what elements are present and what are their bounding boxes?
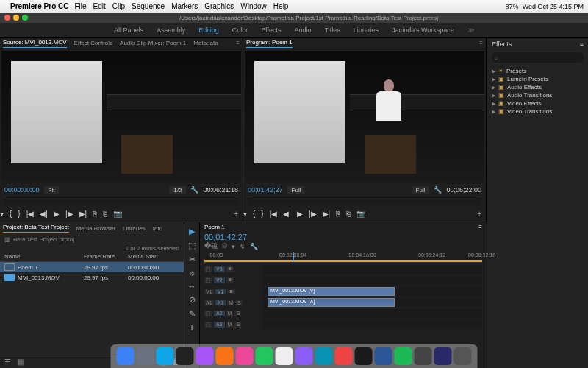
- source-tc-in[interactable]: 00:00:00:00: [4, 186, 40, 194]
- menu-help[interactable]: Help: [273, 2, 289, 10]
- button-editor-icon[interactable]: +: [477, 210, 481, 218]
- col-name[interactable]: Name: [4, 253, 84, 260]
- menu-clip[interactable]: Clip: [112, 2, 125, 10]
- source-res[interactable]: 1/2: [169, 186, 186, 194]
- dock-app[interactable]: [256, 347, 273, 365]
- timeline-tab[interactable]: Poem 1: [204, 224, 225, 230]
- snap-icon[interactable]: �磁: [204, 241, 218, 251]
- export-frame-icon[interactable]: 📷: [356, 210, 365, 218]
- ws-effects[interactable]: Effects: [261, 26, 281, 34]
- tab-info[interactable]: Info: [153, 225, 162, 232]
- out-point-icon[interactable]: }: [18, 210, 20, 218]
- program-viewer[interactable]: [245, 51, 484, 182]
- tab-audio-mixer[interactable]: Audio Clip Mixer: Poem 1: [120, 40, 186, 46]
- go-in-icon[interactable]: |◀: [270, 210, 278, 218]
- dock-app[interactable]: [454, 347, 472, 365]
- effects-folder[interactable]: ▶▣Video Transitions: [492, 107, 584, 116]
- out-point-icon[interactable]: }: [261, 210, 263, 218]
- col-framerate[interactable]: Frame Rate: [84, 253, 128, 260]
- project-row[interactable]: Poem 1 29.97 fps 00:00:00:00: [0, 262, 184, 272]
- tab-media-browser[interactable]: Media Browser: [76, 225, 115, 232]
- export-frame-icon[interactable]: 📷: [113, 210, 122, 218]
- panel-menu-icon[interactable]: ≡: [479, 40, 483, 46]
- ws-custom[interactable]: Jacinda's Workspace: [392, 26, 454, 34]
- dock-app[interactable]: [355, 347, 373, 365]
- step-back-icon[interactable]: ◀|: [283, 210, 291, 218]
- step-back-icon[interactable]: ◀|: [40, 210, 48, 218]
- effects-folder[interactable]: ▶▣Audio Effects: [492, 83, 584, 91]
- timeline-tc[interactable]: 00;01;42;27: [204, 233, 247, 241]
- dock-app[interactable]: [176, 347, 194, 365]
- dock-app[interactable]: [117, 347, 135, 365]
- dock-app[interactable]: [276, 347, 293, 365]
- program-fit[interactable]: Full: [287, 186, 306, 194]
- program-res[interactable]: Full: [412, 186, 430, 194]
- button-editor-icon[interactable]: +: [234, 210, 238, 218]
- dock-app[interactable]: [315, 347, 333, 365]
- effects-folder[interactable]: ▶▣Lumetri Presets: [492, 75, 584, 83]
- panel-menu-icon[interactable]: ≡: [580, 40, 584, 48]
- video-clip[interactable]: MVI_0013.MOV [V]: [268, 287, 395, 296]
- ripple-tool[interactable]: ✂: [189, 255, 196, 264]
- wrench-icon[interactable]: 🔧: [190, 186, 198, 194]
- dock-app[interactable]: [335, 347, 353, 365]
- ws-color[interactable]: Color: [232, 26, 248, 34]
- ws-editing[interactable]: Editing: [198, 26, 219, 34]
- in-point-icon[interactable]: {: [253, 210, 255, 218]
- col-mediastart[interactable]: Media Start: [128, 253, 179, 260]
- menu-window[interactable]: Window: [240, 2, 267, 10]
- ws-libraries[interactable]: Libraries: [354, 26, 379, 34]
- effects-folder[interactable]: ▶▣Video Effects: [492, 99, 584, 107]
- wrench-icon[interactable]: 🔧: [434, 186, 442, 194]
- project-crumb[interactable]: Beta Test Project.prproj: [13, 236, 74, 243]
- tab-project[interactable]: Project: Beta Test Project: [3, 224, 69, 233]
- dock-app[interactable]: [375, 347, 392, 365]
- dock-app[interactable]: [137, 347, 154, 365]
- program-tc-in[interactable]: 00;01;42;27: [248, 186, 283, 194]
- effects-folder[interactable]: ▶▣Audio Transitions: [492, 91, 584, 99]
- dock-app[interactable]: [216, 347, 234, 365]
- track-v3[interactable]: ⬚V3👁: [204, 264, 482, 275]
- track-select-tool[interactable]: ⬚: [188, 241, 196, 250]
- playhead[interactable]: [293, 252, 294, 262]
- go-in-icon[interactable]: |◀: [26, 210, 35, 218]
- marker-icon[interactable]: ▾: [0, 210, 4, 218]
- play-icon[interactable]: ▶: [54, 210, 60, 218]
- razor-tool[interactable]: ⎆: [190, 269, 195, 277]
- menu-edit[interactable]: Edit: [93, 2, 106, 10]
- panel-menu-icon[interactable]: ≡: [236, 40, 240, 46]
- hand-tool[interactable]: ✎: [189, 309, 196, 319]
- track-a3[interactable]: ⬚A3MS: [204, 319, 482, 330]
- ws-titles[interactable]: Titles: [325, 26, 340, 34]
- effects-title[interactable]: Effects: [492, 40, 512, 48]
- source-viewer[interactable]: [1, 51, 241, 182]
- menu-file[interactable]: File: [74, 2, 86, 10]
- battery-status[interactable]: 87%: [506, 3, 519, 10]
- ws-assembly[interactable]: Assembly: [157, 26, 185, 34]
- track-a2[interactable]: ⬚A2MS: [204, 308, 482, 319]
- step-fwd-icon[interactable]: |▶: [309, 210, 317, 218]
- menu-sequence[interactable]: Sequence: [132, 2, 165, 10]
- marker-icon[interactable]: ▾: [243, 210, 247, 218]
- dock-app[interactable]: [196, 347, 214, 365]
- go-out-icon[interactable]: ▶|: [79, 210, 87, 218]
- wrench-icon[interactable]: 🔧: [250, 243, 258, 250]
- dock-app[interactable]: [415, 347, 432, 365]
- tab-metadata[interactable]: Metadata: [193, 40, 218, 46]
- track-v2[interactable]: ⬚V2👁: [204, 275, 482, 286]
- tab-effect-controls[interactable]: Effect Controls: [74, 40, 112, 46]
- tab-libraries[interactable]: Libraries: [123, 225, 146, 232]
- settings-icon[interactable]: ↯: [240, 243, 245, 250]
- pen-tool[interactable]: ⊘: [189, 295, 196, 305]
- timeline-ruler[interactable]: 00:00 00:02:08:04 00:04:16:08 00:06:24:1…: [204, 252, 482, 263]
- panel-menu-icon[interactable]: ≡: [478, 224, 482, 230]
- selection-tool[interactable]: ▶: [189, 227, 195, 236]
- dock-app[interactable]: [236, 347, 254, 365]
- dock-app[interactable]: [157, 347, 174, 365]
- source-fit[interactable]: Fit: [44, 186, 60, 194]
- type-tool[interactable]: T: [190, 323, 195, 332]
- track-v1[interactable]: V1V1👁MVI_0013.MOV [V]: [204, 286, 482, 297]
- dock-app[interactable]: [434, 347, 452, 365]
- tab-program[interactable]: Program: Poem 1: [246, 39, 293, 48]
- insert-icon[interactable]: ⎘: [93, 210, 97, 218]
